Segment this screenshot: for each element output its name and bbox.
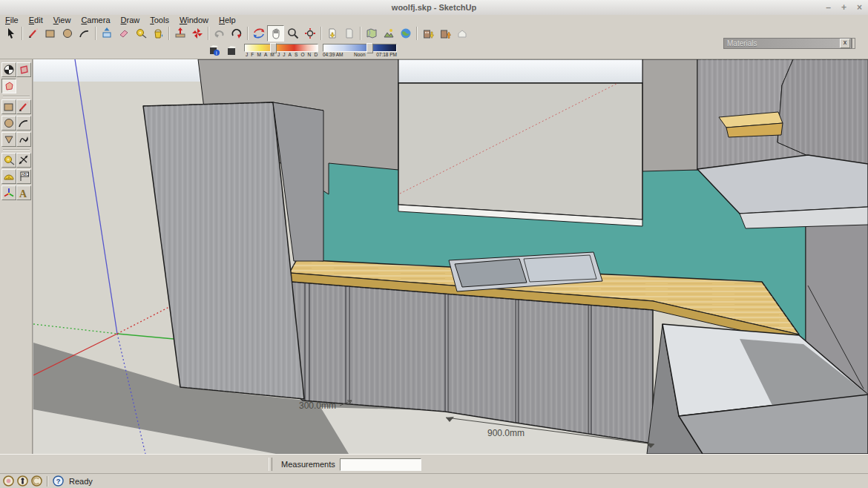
claim-credit-icon[interactable] (31, 475, 42, 487)
back-edges-tool-button[interactable] (1, 79, 16, 93)
menu-view[interactable]: View (48, 16, 76, 24)
left-tool-palette: ABCA (0, 59, 33, 454)
get-current-view-icon (366, 27, 378, 39)
toolbar-separator (1, 148, 31, 152)
line-tool-button[interactable] (16, 99, 31, 114)
toolbar-separator (318, 26, 323, 41)
toolbar-separator (1, 94, 31, 99)
get-models-tool-button[interactable] (419, 25, 436, 42)
measurements-label: Measurements (281, 460, 335, 469)
model-viewport[interactable]: 300.0mm 900.0mm (33, 59, 868, 454)
arc-tool-button[interactable] (76, 25, 93, 42)
3d-text-icon: A (18, 187, 30, 199)
rectangle-tool-button[interactable] (42, 25, 59, 42)
menu-window[interactable]: Window (174, 16, 214, 24)
shadow-time-slider[interactable]: 04:39 AM Noon 07:18 PM (323, 44, 397, 58)
freehand-tool-button[interactable] (16, 132, 31, 147)
toggle-terrain-tool-button[interactable] (380, 25, 397, 42)
share-component-tool-button[interactable] (453, 25, 470, 42)
select-icon (5, 27, 17, 39)
rotate-tool-button[interactable] (188, 25, 206, 42)
materials-panel-edge (852, 38, 855, 49)
toolbar-grip[interactable] (269, 458, 272, 471)
time-end-label: 07:18 PM (376, 52, 397, 58)
materials-panel-title: Materials (724, 39, 840, 47)
select-tool-button[interactable] (2, 25, 19, 42)
axes-tool-button[interactable] (1, 185, 16, 200)
minimize-button[interactable]: – (826, 0, 831, 15)
zoom-extents-tool-button[interactable] (301, 25, 318, 42)
shadow-toggle-tool-button[interactable] (223, 42, 240, 59)
materials-panel[interactable]: Materials x (723, 38, 852, 49)
shadow-settings-tool-button[interactable]: i (206, 42, 223, 59)
date-slider-thumb[interactable] (270, 43, 277, 53)
previous-view-tool-button[interactable] (323, 25, 341, 42)
rectangle-icon (45, 27, 56, 39)
dimension-300: 300.0mm (299, 400, 336, 411)
tape-measure-tool-button[interactable] (132, 25, 149, 42)
credits-icon[interactable] (17, 475, 28, 487)
geolocation-icon[interactable] (3, 475, 14, 487)
paint-bucket-tool-button[interactable] (149, 25, 166, 42)
share-model-tool-button[interactable] (436, 25, 453, 42)
status-text: Ready (69, 477, 93, 486)
3d-text-tool-button[interactable]: A (16, 185, 31, 200)
measurements-input[interactable] (340, 458, 421, 471)
time-slider-thumb[interactable] (366, 43, 373, 53)
materials-close-icon[interactable]: x (840, 39, 850, 48)
toggle-terrain-icon (383, 27, 395, 39)
toolbar-separator (206, 26, 211, 41)
toolbar-separator (166, 26, 171, 41)
circle-tool-button[interactable] (1, 116, 16, 131)
north-compass-tool-button[interactable] (1, 62, 16, 77)
shadow-date-slider[interactable]: JFMAMJJASOND (244, 44, 318, 58)
window-sky (398, 59, 642, 83)
dimension-tool-button[interactable] (16, 153, 31, 168)
next-view-tool-button[interactable] (341, 25, 358, 42)
push-pull-tool-button[interactable] (98, 25, 115, 42)
tape-measure-tool-button[interactable] (1, 153, 16, 168)
menu-file[interactable]: File (0, 16, 24, 24)
toolbar-spacer (16, 79, 31, 93)
add-location-tool-button[interactable] (397, 25, 414, 42)
get-current-view-tool-button[interactable] (363, 25, 380, 42)
menu-edit[interactable]: Edit (24, 16, 48, 24)
text-tool-button[interactable]: ABC (16, 169, 31, 184)
next-view-icon (343, 27, 355, 39)
statusbar-divider (47, 476, 48, 487)
window-opening (398, 83, 642, 220)
redo-tool-button[interactable] (228, 25, 245, 42)
dimension-icon (18, 154, 30, 166)
window-titlebar[interactable]: woolfj.skp - SketchUp – + × (0, 0, 868, 16)
rectangle-tool-button[interactable] (1, 99, 16, 114)
zoom-tool-button[interactable] (284, 25, 301, 42)
dimension-900: 900.0mm (487, 428, 525, 438)
menu-tools[interactable]: Tools (145, 16, 174, 24)
pan-tool-button[interactable] (267, 25, 284, 42)
menu-draw[interactable]: Draw (116, 16, 145, 24)
rotate-icon (191, 27, 203, 39)
eraser-tool-button[interactable] (115, 25, 132, 42)
time-noon-label: Noon (354, 52, 366, 58)
get-models-icon (422, 27, 434, 39)
line-tool-button[interactable] (24, 25, 42, 42)
orbit-tool-button[interactable] (250, 25, 267, 42)
arc-tool-button[interactable] (16, 116, 31, 131)
menu-help[interactable]: Help (214, 16, 241, 24)
polygon-tool-button[interactable] (1, 132, 16, 147)
svg-text:?: ? (56, 478, 61, 485)
toolbar-separator (245, 26, 250, 41)
toolbar-separator (19, 26, 24, 41)
xray-mode-tool-button[interactable] (16, 62, 31, 77)
protractor-tool-button[interactable] (1, 169, 16, 184)
maximize-button[interactable]: + (841, 0, 846, 15)
move-tool-button[interactable] (171, 25, 188, 42)
north-compass-icon (3, 64, 15, 76)
sink-basin (455, 259, 527, 287)
circle-tool-button[interactable] (59, 25, 76, 42)
help-icon[interactable]: ? (53, 475, 64, 487)
back-edges-icon (3, 80, 15, 92)
close-button[interactable]: × (857, 0, 862, 15)
undo-tool-button[interactable] (211, 25, 228, 42)
menu-camera[interactable]: Camera (76, 16, 115, 24)
